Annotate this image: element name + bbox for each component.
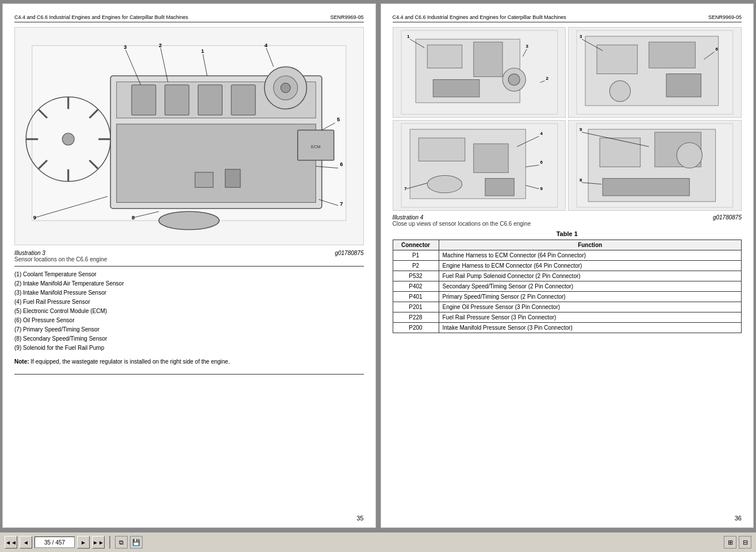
toolbar-right-icons: ⊞ ⊟ (724, 536, 751, 549)
function-cell: Primary Speed/Timing Sensor (2 Pin Conne… (439, 292, 742, 302)
left-caption-block: Illustration 3 g01780875 Sensor location… (14, 250, 364, 263)
prev-page-button[interactable]: ◄ (20, 536, 32, 549)
svg-text:4: 4 (540, 131, 543, 136)
right-page-header: C4.4 and C6.6 Industrial Engines and Eng… (393, 14, 742, 22)
item-4: (4) Fuel Rail Pressure Sensor (14, 298, 364, 307)
svg-rect-69 (419, 138, 465, 161)
svg-text:7: 7 (340, 200, 343, 207)
svg-rect-17 (231, 85, 255, 115)
item-1: (1) Coolant Temperature Sensor (14, 270, 364, 279)
svg-rect-70 (473, 144, 508, 172)
svg-text:4: 4 (264, 42, 268, 48)
svg-rect-62 (666, 74, 701, 97)
sub-illus-2: 3 6 (568, 27, 742, 118)
left-illustration-caption: Sensor locations on the C6.6 engine (14, 256, 364, 263)
svg-rect-46 (427, 45, 462, 68)
grid-view-button-1[interactable]: ⊞ (724, 536, 736, 549)
svg-text:3: 3 (580, 34, 582, 39)
next-page-button[interactable]: ► (77, 536, 90, 549)
function-cell: Engine Oil Pressure Sensor (3 Pin Connec… (439, 302, 742, 312)
left-page-number: 35 (356, 515, 363, 522)
left-header-code: SENR9969-05 (330, 14, 363, 20)
sub-illus-1: 1 3 2 (393, 27, 566, 118)
table-row: P402Secondary Speed/Timing Sensor (2 Pin… (393, 281, 742, 292)
svg-rect-50 (433, 80, 479, 97)
table-header-function: Function (439, 240, 742, 250)
right-illustration-caption: Close up views of sensor locations on th… (393, 221, 742, 227)
function-cell: Intake Manifold Pressure Sensor (3 Pin C… (439, 323, 742, 333)
svg-rect-13 (117, 124, 316, 203)
svg-text:1: 1 (201, 48, 204, 54)
svg-text:2: 2 (159, 42, 162, 48)
connector-cell: P402 (393, 281, 439, 292)
function-cell: Secondary Speed/Timing Sensor (2 Pin Con… (439, 281, 742, 292)
left-header-title: C4.4 and C6.6 Industrial Engines and Eng… (14, 14, 188, 20)
svg-text:7: 7 (404, 186, 407, 191)
last-page-button[interactable]: ►► (92, 536, 105, 549)
svg-rect-47 (473, 42, 502, 76)
illustration-code-right: g01780875 (713, 214, 742, 221)
svg-text:3: 3 (124, 44, 126, 50)
sensor-list: (1) Coolant Temperature Sensor (2) Intak… (14, 270, 364, 353)
svg-rect-60 (649, 42, 696, 68)
connector-cell: P532 (393, 271, 439, 281)
svg-text:1: 1 (407, 34, 410, 39)
table-row: P1Machine Harness to ECM Connector (64 P… (393, 250, 742, 261)
table-row: P2Engine Harness to ECM Connector (64 Pi… (393, 261, 742, 271)
sub-illus-3: 4 6 7 9 (393, 120, 566, 211)
illustration-code-left: g01780875 (335, 250, 363, 256)
copy-button[interactable]: ⧉ (115, 536, 128, 549)
svg-rect-23 (195, 172, 213, 187)
svg-point-86 (677, 142, 702, 168)
left-illustration: ECM 1 2 3 (14, 27, 364, 245)
svg-rect-16 (198, 85, 222, 115)
toolbar: ◄◄ ◄ ► ►► ⧉ 💾 ⊞ ⊟ (0, 531, 756, 552)
svg-rect-83 (600, 138, 640, 167)
item-7: (7) Primary Speed/Timing Sensor (14, 325, 364, 334)
toolbar-divider-1 (109, 536, 110, 549)
item-3: (3) Intake Manifold Pressure Sensor (14, 288, 364, 298)
first-page-button[interactable]: ◄◄ (5, 536, 17, 549)
function-cell: Fuel Rail Pump Solenoid Connector (2 Pin… (439, 271, 742, 281)
illustration-label-right: Illustration 4 (393, 214, 424, 221)
item-8: (8) Secondary Speed/Timing Sensor (14, 334, 364, 343)
svg-text:9: 9 (580, 127, 582, 132)
svg-text:8: 8 (580, 177, 582, 183)
table-row: P532Fuel Rail Pump Solenoid Connector (2… (393, 271, 742, 281)
function-cell: Machine Harness to ECM Connector (64 Pin… (439, 250, 742, 261)
right-header-title: C4.4 and C6.6 Industrial Engines and Eng… (393, 14, 566, 20)
svg-point-2 (62, 133, 74, 145)
connector-cell: P228 (393, 312, 439, 323)
svg-rect-14 (132, 85, 156, 115)
svg-point-20 (281, 83, 290, 93)
svg-text:9: 9 (540, 186, 543, 191)
save-button[interactable]: 💾 (130, 536, 143, 549)
svg-text:3: 3 (525, 44, 528, 49)
connector-table: Connector Function P1Machine Harness to … (393, 240, 742, 333)
connector-cell: P1 (393, 250, 439, 261)
right-illustrations: 1 3 2 3 6 (393, 27, 742, 211)
grid-view-button-2[interactable]: ⊟ (739, 536, 751, 549)
engine-svg: ECM 1 2 3 (15, 28, 363, 245)
item-2: (2) Intake Manifold Air Temperature Sens… (14, 279, 364, 288)
svg-rect-59 (597, 45, 637, 74)
page-number-input[interactable] (34, 536, 75, 548)
svg-text:5: 5 (337, 116, 340, 122)
function-cell: Engine Harness to ECM Connector (64 Pin … (439, 261, 742, 271)
bottom-divider-left (14, 374, 364, 375)
note-text: Note: If equipped, the wastegate regulat… (14, 357, 364, 366)
table-title: Table 1 (393, 230, 742, 237)
svg-rect-15 (165, 85, 189, 115)
svg-text:6: 6 (340, 161, 343, 168)
svg-text:6: 6 (716, 47, 719, 52)
left-page-header: C4.4 and C6.6 Industrial Engines and Eng… (14, 14, 364, 22)
svg-point-71 (427, 176, 462, 193)
svg-text:6: 6 (540, 160, 543, 165)
connector-cell: P2 (393, 261, 439, 271)
connector-cell: P200 (393, 323, 439, 333)
svg-point-61 (610, 81, 631, 102)
svg-text:ECM: ECM (311, 144, 320, 149)
table-row: P201Engine Oil Pressure Sensor (3 Pin Co… (393, 302, 742, 312)
svg-rect-85 (603, 179, 690, 196)
table-header-connector: Connector (393, 240, 439, 250)
